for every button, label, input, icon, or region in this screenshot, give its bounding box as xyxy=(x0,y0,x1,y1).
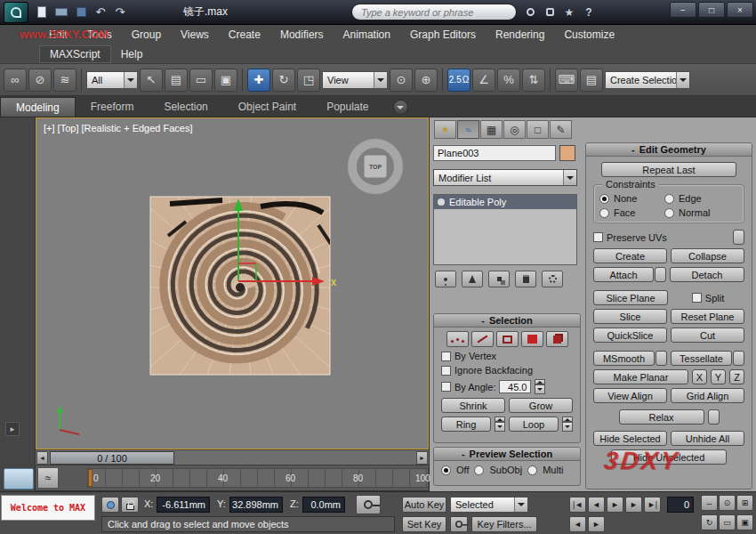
relax-button[interactable]: Relax xyxy=(619,409,704,425)
rollout-selection-header[interactable]: -Selection xyxy=(434,314,580,328)
preserve-uvs-settings-button[interactable] xyxy=(733,230,744,245)
constraint-normal-radio[interactable] xyxy=(664,208,674,218)
attach-settings-button[interactable] xyxy=(655,267,666,282)
rollout-preview-header[interactable]: -Preview Selection xyxy=(434,448,580,461)
x-coordinate-field[interactable]: -6.611mm xyxy=(157,497,210,513)
relax-settings-button[interactable] xyxy=(708,409,720,425)
redo-icon[interactable]: ↷ xyxy=(110,4,130,21)
next-frame-icon[interactable]: ► xyxy=(625,497,642,513)
tessellate-button[interactable]: Tessellate xyxy=(671,351,732,366)
show-end-result-icon[interactable] xyxy=(462,271,483,287)
zoom-region-icon[interactable]: ▭ xyxy=(719,514,736,530)
viewport-label[interactable]: [+] [Top] [Realistic + Edged Faces] xyxy=(44,123,193,134)
communication-icon[interactable] xyxy=(541,4,559,20)
z-coordinate-field[interactable]: 0.0mm xyxy=(302,497,345,513)
close-button[interactable]: × xyxy=(727,2,753,18)
menu-views[interactable]: Views xyxy=(171,27,219,43)
pin-stack-icon[interactable] xyxy=(435,271,456,287)
search-input[interactable] xyxy=(351,4,517,20)
go-to-start-icon[interactable]: |◄ xyxy=(569,497,586,513)
constraint-face-radio[interactable] xyxy=(599,208,609,218)
dropdown-arrow-icon[interactable] xyxy=(676,72,689,88)
ribbon-tab-object-paint[interactable]: Object Paint xyxy=(223,97,311,117)
menu-help[interactable]: Help xyxy=(111,46,153,62)
previous-frame-icon[interactable]: ◄ xyxy=(588,497,605,513)
slice-button[interactable]: Slice xyxy=(593,309,667,324)
play-animation-icon[interactable]: ► xyxy=(607,497,623,513)
menu-group[interactable]: Group xyxy=(122,27,171,43)
key-filters-button[interactable]: Key Filters... xyxy=(471,516,537,532)
cut-button[interactable]: Cut xyxy=(671,328,744,343)
undo-icon[interactable]: ↶ xyxy=(91,4,110,21)
view-align-button[interactable]: View Align xyxy=(593,388,667,403)
menu-rendering[interactable]: Rendering xyxy=(486,27,554,43)
ring-spinner[interactable] xyxy=(495,417,505,432)
3dsmax-logo-icon[interactable] xyxy=(4,2,28,23)
rollout-edit-geometry-header[interactable]: -Edit Geometry xyxy=(586,143,752,157)
open-file-icon[interactable] xyxy=(52,4,71,21)
constraint-none-radio[interactable] xyxy=(599,194,609,204)
menu-graph-editors[interactable]: Graph Editors xyxy=(400,27,486,43)
track-bar-ruler[interactable]: 0 20 40 60 80 100 xyxy=(87,468,429,488)
preserve-uvs-checkbox[interactable] xyxy=(593,232,603,242)
rectangular-selection-region-icon[interactable]: ▭ xyxy=(189,69,213,92)
preview-off-radio[interactable] xyxy=(441,465,451,475)
menu-maxscript[interactable]: MAXScript xyxy=(39,45,111,63)
next-frame-arrow-icon[interactable]: ► xyxy=(416,451,428,465)
msmooth-button[interactable]: MSmooth xyxy=(593,351,655,366)
ribbon-tab-modeling[interactable]: Modeling xyxy=(0,97,76,117)
make-unique-icon[interactable] xyxy=(488,271,510,287)
angle-snap-icon[interactable]: ∠ xyxy=(472,69,495,92)
preview-multi-radio[interactable] xyxy=(527,465,537,475)
make-planar-y-button[interactable]: Y xyxy=(711,369,726,384)
save-file-icon[interactable] xyxy=(71,4,91,21)
modifier-list-dropdown[interactable]: Modifier List xyxy=(433,169,577,186)
menu-customize[interactable]: Customize xyxy=(554,27,624,43)
edit-named-selection-icon[interactable]: ▤ xyxy=(580,69,603,92)
tab-display-icon[interactable]: □ xyxy=(527,120,549,139)
unlink-selection-icon[interactable]: ⊘ xyxy=(28,69,52,92)
track-bar[interactable]: ≈ 0 20 40 60 80 100 xyxy=(36,465,429,491)
loop-spinner[interactable] xyxy=(562,417,573,432)
by-angle-checkbox[interactable] xyxy=(441,382,451,392)
make-planar-z-button[interactable]: Z xyxy=(729,369,744,384)
grid-align-button[interactable]: Grid Align xyxy=(671,388,744,403)
mini-curve-editor-button[interactable]: ≈ xyxy=(37,467,59,489)
ring-button[interactable]: Ring xyxy=(441,417,491,432)
tab-hierarchy-icon[interactable]: ▦ xyxy=(480,120,503,139)
dropdown-arrow-icon[interactable] xyxy=(514,498,527,512)
detach-button[interactable]: Detach xyxy=(670,267,744,282)
hide-selected-button[interactable]: Hide Selected xyxy=(593,431,667,446)
percent-snap-icon[interactable]: % xyxy=(497,69,520,92)
spinner-snap-icon[interactable]: ⇅ xyxy=(522,69,545,92)
expand-panel-arrow-icon[interactable]: ► xyxy=(5,422,20,436)
named-selection-sets-dropdown[interactable]: Create Selection xyxy=(605,71,690,89)
preview-subobj-radio[interactable] xyxy=(474,465,484,475)
y-coordinate-field[interactable]: 32.898mm xyxy=(229,497,283,513)
make-planar-x-button[interactable]: X xyxy=(692,369,707,384)
configure-modifier-sets-icon[interactable] xyxy=(542,271,563,287)
ribbon-tab-freeform[interactable]: Freeform xyxy=(76,97,149,117)
ribbon-tab-selection[interactable]: Selection xyxy=(149,97,222,117)
attach-button[interactable]: Attach xyxy=(593,267,654,282)
zoom-icon[interactable]: ⊙ xyxy=(719,495,736,511)
msmooth-settings-button[interactable] xyxy=(655,351,667,366)
tab-motion-icon[interactable]: ◎ xyxy=(503,120,526,139)
bind-to-space-warp-icon[interactable]: ≋ xyxy=(53,69,76,92)
viewport-canvas[interactable]: x TOP xyxy=(36,118,428,449)
tab-modify-icon[interactable]: ≈ xyxy=(457,120,479,139)
angle-value-field[interactable]: 45.0 xyxy=(499,380,531,393)
previous-frame-arrow-icon[interactable]: ◄ xyxy=(36,451,48,465)
tessellate-settings-button[interactable] xyxy=(733,351,744,366)
minimize-button[interactable]: − xyxy=(670,2,696,18)
previous-key-icon[interactable]: ◄ xyxy=(569,516,586,532)
quickslice-button[interactable]: QuickSlice xyxy=(593,328,667,343)
collapse-button[interactable]: Collapse xyxy=(671,248,744,263)
tab-create-icon[interactable]: ✶ xyxy=(434,120,456,139)
modifier-stack[interactable]: Editable Poly xyxy=(433,194,577,265)
unhide-all-button[interactable]: Unhide All xyxy=(671,431,744,446)
ribbon-minimize-icon[interactable] xyxy=(393,100,408,115)
time-slider[interactable]: ◄ 0 / 100 ► xyxy=(36,449,429,465)
element-subobject-icon[interactable] xyxy=(546,331,568,347)
repeat-last-button[interactable]: Repeat Last xyxy=(601,162,736,177)
